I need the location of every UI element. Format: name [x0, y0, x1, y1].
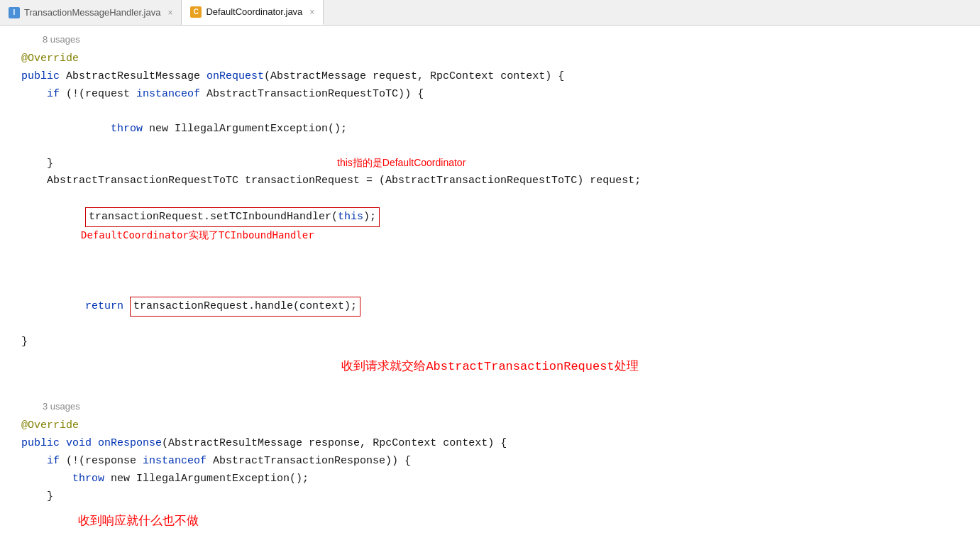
close-brace-content-1: }this指的是DefaultCoordinator — [21, 155, 966, 172]
tab2-close[interactable]: × — [309, 7, 314, 17]
tab-transaction-message-handler[interactable]: I TransactionMessageHandler.java × — [0, 0, 182, 25]
return-content: return transactionRequest.handle(context… — [21, 280, 966, 334]
return-line: return transactionRequest.handle(context… — [0, 280, 980, 334]
editor-area: 8 usages @Override public AbstractResult… — [0, 26, 980, 533]
java-icon: I — [9, 7, 20, 18]
tab-bar: I TransactionMessageHandler.java × C Def… — [0, 0, 980, 26]
usages-line-1: 8 usages — [0, 33, 980, 50]
annotation-text-1: @Override — [21, 53, 79, 65]
close-brace-3: } — [0, 488, 980, 506]
usages-2: 3 usages — [21, 400, 966, 414]
close-brace-content-2: } — [21, 334, 966, 351]
coordinator-icon: C — [190, 6, 202, 18]
tab-default-coordinator[interactable]: C DefaultCoordinator.java × — [182, 0, 324, 25]
blank-1 — [21, 262, 966, 279]
blank-line-2 — [0, 382, 980, 400]
close-brace-1: }this指的是DefaultCoordinator — [0, 155, 980, 172]
centered-note-1: 收到请求就交给AbstractTransactionRequest处理 — [0, 351, 980, 382]
close-brace-2: } — [0, 334, 980, 351]
throw-line-1: throw new IllegalArgumentException(); — [0, 104, 980, 155]
usages-line-2: 3 usages — [0, 400, 980, 417]
assign-content: AbstractTransactionRequestToTC transacti… — [21, 172, 966, 189]
tab1-label: TransactionMessageHandler.java — [24, 7, 160, 18]
method-signature-1: public AbstractResultMessage onRequest(A… — [21, 68, 966, 85]
if-line-1: if (!(request instanceof AbstractTransac… — [0, 86, 980, 104]
if-line-2: if (!(response instanceof AbstractTransa… — [0, 453, 980, 471]
if-content-2: if (!(response instanceof AbstractTransa… — [21, 453, 966, 470]
set-handler-line: transactionRequest.setTCInboundHandler(t… — [0, 190, 980, 262]
usages-1: 8 usages — [21, 33, 966, 48]
override-annotation-1: @Override — [0, 50, 980, 68]
note4-text: 收到响应就什么也不做 — [78, 515, 199, 528]
note3-text: 收到请求就交给AbstractTransactionRequest处理 — [341, 360, 638, 373]
annotation-line-2: @Override — [21, 417, 966, 434]
annotation-line-1: @Override — [21, 50, 966, 67]
throw-line-2: throw new IllegalArgumentException(); — [0, 471, 980, 488]
set-handler-content: transactionRequest.setTCInboundHandler(t… — [21, 190, 966, 262]
centered-note-2: 收到响应就什么也不做 — [0, 506, 980, 533]
boxed-handle: transactionRequest.handle(context); — [130, 297, 360, 317]
assign-line: AbstractTransactionRequestToTC transacti… — [0, 172, 980, 190]
method-signature-2: public void onResponse(AbstractResultMes… — [21, 435, 966, 452]
throw-content-1: throw new IllegalArgumentException(); — [21, 104, 966, 155]
method-sig-2: public void onResponse(AbstractResultMes… — [0, 435, 980, 453]
tab2-label: DefaultCoordinator.java — [206, 6, 302, 17]
note2-inline: DefaultCoordinator实现了TCInboundHandler — [81, 229, 314, 241]
override-annotation-2: @Override — [0, 417, 980, 435]
note1-inline: this指的是DefaultCoordinator — [337, 157, 466, 168]
throw-content-2: throw new IllegalArgumentException(); — [21, 471, 966, 488]
if-content-1: if (!(request instanceof AbstractTransac… — [21, 86, 966, 103]
annotation-text-2: @Override — [21, 419, 79, 432]
blank-line-1 — [0, 262, 980, 280]
method-sig-1: public AbstractResultMessage onRequest(A… — [0, 68, 980, 86]
boxed-set-handler: transactionRequest.setTCInboundHandler(t… — [85, 207, 380, 227]
blank-2 — [21, 382, 966, 399]
tab1-close[interactable]: × — [167, 8, 172, 18]
close-brace-content-3: } — [21, 488, 966, 505]
